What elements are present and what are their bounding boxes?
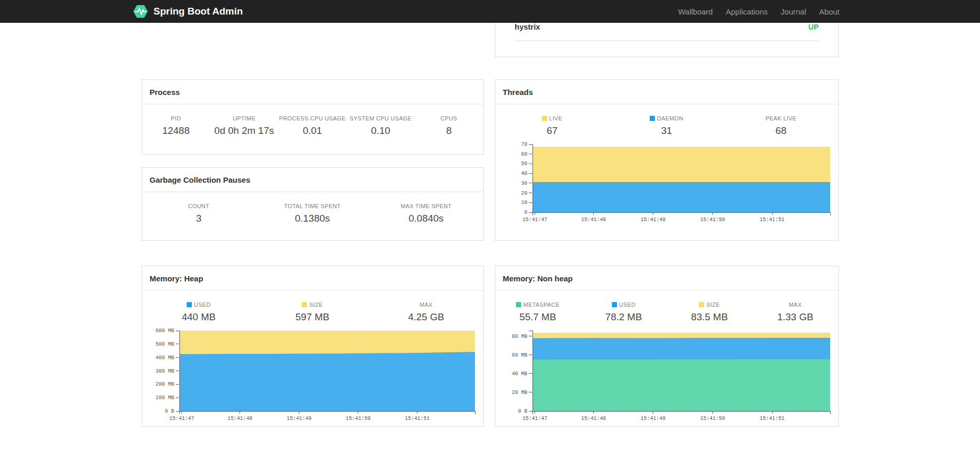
threads-card: Threads LIVE67DAEMON31PEAK LIVE68 010203… [495, 79, 839, 241]
svg-text:15:41:49: 15:41:49 [286, 416, 311, 421]
svg-text:15:41:50: 15:41:50 [345, 416, 370, 421]
stat-process-cpu-usage: PROCESS CPU USAGE0.01 [278, 115, 347, 137]
stat-daemon: DAEMON31 [609, 115, 724, 137]
legend-swatch-icon [187, 302, 192, 307]
svg-text:15:41:49: 15:41:49 [640, 416, 665, 421]
stat-live: LIVE67 [495, 115, 610, 137]
stat-label: CPUS [415, 115, 483, 121]
svg-text:15:41:51: 15:41:51 [760, 217, 785, 223]
stat-value: 68 [724, 125, 838, 137]
stat-label: USED [581, 302, 667, 308]
stat-label: PID [142, 115, 211, 121]
svg-text:0: 0 [524, 210, 527, 215]
stat-system-cpu-usage: SYSTEM CPU USAGE0.10 [346, 115, 415, 137]
stat-value: 55.7 MB [495, 311, 581, 323]
legend-swatch-icon [650, 116, 655, 121]
stat-value: 440 MB [142, 311, 256, 323]
gc-pauses-card: Garbage Collection Pauses COUNT3TOTAL TI… [142, 167, 484, 241]
stat-uptime: UPTIME0d 0h 2m 17s [210, 115, 278, 137]
svg-text:15:41:51: 15:41:51 [404, 416, 429, 421]
stat-label: UPTIME [210, 115, 278, 121]
stat-value: 0d 0h 2m 17s [210, 125, 278, 137]
svg-text:15:41:47: 15:41:47 [522, 217, 547, 223]
brand-link[interactable]: Spring Boot Admin [132, 3, 243, 20]
stat-label: TOTAL TIME SPENT [256, 203, 369, 209]
svg-text:20 MB: 20 MB [511, 390, 527, 396]
memory-nonheap-stats: METASPACE55.7 MBUSED78.2 MBSIZE83.5 MBMA… [495, 291, 838, 323]
threads-card-title: Threads [495, 80, 838, 104]
page-content: hystrix UP Process PID12488UPTIME0d 0h 2… [142, 0, 839, 427]
stat-label: METASPACE [495, 302, 581, 308]
stat-value: 31 [609, 125, 724, 137]
stat-label: USED [142, 302, 256, 308]
metrics-row: Process PID12488UPTIME0d 0h 2m 17sPROCES… [142, 79, 839, 241]
svg-text:600 MB: 600 MB [155, 328, 174, 334]
svg-text:15:41:51: 15:41:51 [760, 416, 785, 421]
stat-peak-live: PEAK LIVE68 [724, 115, 838, 137]
nav-item-wallboard[interactable]: Wallboard [678, 7, 713, 16]
brand-title: Spring Boot Admin [153, 6, 243, 17]
process-card-title: Process [142, 80, 483, 104]
svg-text:60: 60 [521, 152, 527, 157]
pulse-hexagon-logo-icon [132, 3, 149, 20]
stat-value: 8 [415, 125, 483, 137]
svg-text:15:41:47: 15:41:47 [522, 416, 547, 421]
svg-text:20: 20 [521, 190, 527, 196]
svg-text:0 B: 0 B [164, 408, 174, 414]
svg-text:15:41:48: 15:41:48 [581, 416, 606, 421]
svg-text:40 MB: 40 MB [511, 371, 527, 377]
stat-label: MAX [752, 302, 838, 308]
stat-value: 12488 [142, 125, 211, 137]
application-card: hystrix UP [495, 23, 839, 57]
memory-row: Memory: Heap USED440 MBSIZE597 MBMAX4.25… [142, 266, 839, 427]
memory-heap-chart: 0 B100 MB200 MB300 MB400 MB500 MB600 MB1… [142, 328, 483, 424]
stat-value: 0.01 [278, 125, 347, 137]
legend-swatch-icon [542, 116, 547, 121]
stat-max: MAX4.25 GB [369, 302, 483, 323]
process-stats: PID12488UPTIME0d 0h 2m 17sPROCESS CPU US… [142, 104, 483, 137]
svg-text:15:41:48: 15:41:48 [581, 217, 606, 223]
stat-label: PROCESS CPU USAGE [278, 115, 347, 121]
stat-max-time-spent: MAX TIME SPENT0.0840s [369, 203, 483, 224]
stat-value: 67 [495, 125, 610, 137]
svg-text:50: 50 [521, 161, 527, 167]
nav-item-applications[interactable]: Applications [726, 7, 768, 16]
threads-stats: LIVE67DAEMON31PEAK LIVE68 [495, 104, 838, 137]
application-row: hystrix UP [515, 23, 819, 41]
stat-size: SIZE83.5 MB [667, 302, 753, 323]
nav-item-journal[interactable]: Journal [781, 7, 806, 16]
svg-text:200 MB: 200 MB [155, 382, 174, 387]
stat-label: MAX TIME SPENT [369, 203, 483, 209]
stat-value: 0.1380s [256, 213, 369, 224]
threads-chart: 01020304050607015:41:4715:41:4815:41:491… [495, 142, 838, 225]
gc-stats: COUNT3TOTAL TIME SPENT0.1380sMAX TIME SP… [142, 192, 483, 224]
stat-total-time-spent: TOTAL TIME SPENT0.1380s [256, 203, 369, 224]
svg-text:15:41:50: 15:41:50 [700, 217, 725, 223]
svg-text:0 B: 0 B [517, 408, 527, 414]
navbar: Spring Boot Admin WallboardApplicationsJ… [0, 0, 980, 23]
legend-swatch-icon [516, 302, 521, 307]
svg-text:500 MB: 500 MB [155, 342, 174, 347]
stat-label: MAX [369, 302, 483, 308]
svg-text:15:41:50: 15:41:50 [700, 416, 725, 421]
svg-text:70: 70 [521, 142, 527, 147]
gc-card-title: Garbage Collection Pauses [142, 168, 483, 192]
stat-value: 4.25 GB [369, 311, 483, 323]
stat-used: USED440 MB [142, 302, 256, 323]
memory-heap-card-title: Memory: Heap [142, 266, 483, 291]
memory-heap-card: Memory: Heap USED440 MBSIZE597 MBMAX4.25… [142, 266, 484, 427]
stat-label: DAEMON [609, 115, 724, 121]
svg-text:60 MB: 60 MB [511, 352, 527, 358]
stat-max: MAX1.33 GB [752, 302, 838, 323]
memory-nonheap-card: Memory: Non heap METASPACE55.7 MBUSED78.… [495, 266, 839, 427]
stat-label: SIZE [667, 302, 753, 308]
stat-label: LIVE [495, 115, 610, 121]
legend-swatch-icon [612, 302, 617, 307]
nav-item-about[interactable]: About [819, 7, 839, 16]
stat-label: PEAK LIVE [724, 115, 838, 121]
memory-heap-stats: USED440 MBSIZE597 MBMAX4.25 GB [142, 291, 483, 323]
metrics-right-column: Threads LIVE67DAEMON31PEAK LIVE68 010203… [495, 79, 839, 241]
svg-text:100 MB: 100 MB [155, 395, 174, 401]
stat-value: 3 [142, 213, 256, 224]
application-name-link[interactable]: hystrix [515, 23, 540, 31]
